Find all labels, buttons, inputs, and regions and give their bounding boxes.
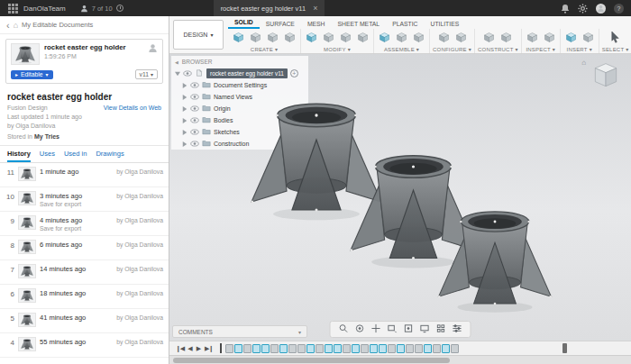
- home-icon[interactable]: [14, 21, 18, 30]
- timeline-feature-icon[interactable]: [442, 344, 450, 353]
- expand-icon[interactable]: [182, 118, 187, 123]
- expand-icon[interactable]: [182, 130, 187, 135]
- visibility-eye-icon[interactable]: [190, 129, 199, 136]
- viewport-settings-icon[interactable]: [453, 323, 462, 335]
- ribbon-tab[interactable]: SURFACE: [260, 20, 301, 29]
- zoom-window-icon[interactable]: [388, 323, 398, 335]
- view-details-link[interactable]: View Details on Web: [104, 105, 161, 111]
- view-cube[interactable]: [581, 58, 624, 94]
- breadcrumb-label[interactable]: My Editable Documents: [22, 21, 93, 29]
- insert-derive-icon[interactable]: [563, 31, 579, 44]
- ribbon-tab[interactable]: SHEET METAL: [332, 20, 387, 29]
- expand-icon[interactable]: [182, 106, 187, 112]
- modify-menu[interactable]: MODIFY: [324, 46, 351, 52]
- measure-icon[interactable]: [525, 31, 540, 44]
- add-icon[interactable]: [290, 69, 298, 77]
- visibility-eye-icon[interactable]: [190, 117, 199, 124]
- ribbon-tab[interactable]: MESH: [301, 20, 332, 29]
- version-row[interactable]: 9 4 minutes ago Save for export by Olga …: [0, 212, 169, 236]
- timeline-end-handle[interactable]: [562, 343, 567, 353]
- view-cube-icon[interactable]: [588, 58, 624, 94]
- timeline-feature-icon[interactable]: [397, 344, 405, 353]
- pan-icon[interactable]: [371, 323, 381, 335]
- ribbon-tab[interactable]: SOLID: [228, 18, 260, 29]
- timeline-scrollbar[interactable]: [169, 355, 631, 364]
- configuration-icon[interactable]: [436, 31, 452, 44]
- timeline-feature-icon[interactable]: [352, 344, 360, 353]
- browser-node-label[interactable]: Bodies: [214, 117, 233, 123]
- version-row[interactable]: 4 55 minutes ago by Olga Danilova: [0, 333, 169, 358]
- document-tab[interactable]: rocket easter egg holder v11: [214, 0, 325, 16]
- apps-grid-icon[interactable]: [7, 3, 19, 14]
- timeline-feature-icon[interactable]: [388, 344, 396, 353]
- timeline-feature-icon[interactable]: [361, 344, 369, 353]
- visibility-eye-icon[interactable]: [183, 70, 192, 77]
- display-settings-icon[interactable]: [420, 323, 430, 335]
- timeline-feature-icon[interactable]: [433, 344, 441, 353]
- people-icon[interactable]: [148, 43, 158, 53]
- timeline-play-button[interactable]: [195, 345, 203, 352]
- timeline-skip-end-button[interactable]: [203, 345, 215, 352]
- home-view-icon[interactable]: [581, 58, 586, 67]
- panel-tab[interactable]: History: [7, 150, 31, 162]
- back-icon[interactable]: [6, 20, 10, 31]
- insert-menu[interactable]: INSERT: [567, 46, 592, 52]
- browser-header[interactable]: BROWSER: [171, 56, 308, 68]
- combine-icon[interactable]: [355, 31, 370, 44]
- browser-root-node[interactable]: rocket easter egg holder v11: [171, 68, 308, 79]
- assemble-menu[interactable]: ASSEMBLE: [384, 46, 419, 52]
- ribbon-tab[interactable]: PLASTIC: [386, 20, 424, 29]
- timeline-feature-icon[interactable]: [379, 344, 387, 353]
- expand-icon[interactable]: [182, 95, 187, 100]
- press-pull-icon[interactable]: [304, 31, 319, 44]
- sweep-icon[interactable]: [282, 31, 297, 44]
- construct-menu[interactable]: CONSTRUCT: [478, 46, 518, 52]
- browser-node-label[interactable]: Construction: [214, 141, 249, 147]
- timeline-feature-icon[interactable]: [306, 344, 315, 353]
- bell-icon[interactable]: [561, 4, 570, 14]
- browser-node-label[interactable]: Origin: [214, 105, 231, 112]
- section-analysis-icon[interactable]: [542, 31, 557, 44]
- visibility-eye-icon[interactable]: [190, 105, 199, 113]
- timeline-feature-icon[interactable]: [424, 344, 432, 353]
- collapse-icon[interactable]: [175, 59, 178, 65]
- configuration-table-icon[interactable]: [453, 31, 469, 44]
- construction-plane-icon[interactable]: [481, 31, 497, 44]
- timeline-feature-icon[interactable]: [261, 344, 270, 353]
- timeline-feature-icon[interactable]: [316, 344, 324, 353]
- design-workspace-button[interactable]: DESIGN: [173, 20, 224, 50]
- rigid-group-icon[interactable]: [411, 31, 426, 44]
- visibility-eye-icon[interactable]: [190, 94, 199, 101]
- rocket-model-3[interactable]: [436, 198, 553, 315]
- select-cursor-icon[interactable]: [608, 31, 623, 44]
- expand-icon[interactable]: [175, 71, 180, 77]
- browser-node-label[interactable]: Document Settings: [214, 82, 267, 88]
- version-row[interactable]: 10 3 minutes ago Save for export by Olga…: [0, 187, 169, 212]
- visibility-eye-icon[interactable]: [190, 82, 199, 89]
- shell-icon[interactable]: [338, 31, 353, 44]
- timeline-feature-icon[interactable]: [370, 344, 378, 353]
- fit-view-icon[interactable]: [404, 323, 414, 335]
- gear-icon[interactable]: [578, 4, 588, 14]
- panel-tab[interactable]: Uses: [40, 150, 55, 162]
- team-switcher[interactable]: DanOlaTeam: [7, 3, 66, 14]
- timeline-feature-icon[interactable]: [288, 344, 297, 353]
- avatar[interactable]: [596, 4, 606, 14]
- grid-layout-icon[interactable]: [436, 323, 446, 335]
- close-icon[interactable]: [313, 4, 317, 13]
- expand-icon[interactable]: [182, 83, 187, 88]
- version-row[interactable]: 6 18 minutes ago by Olga Danilova: [0, 285, 169, 309]
- timeline-skip-start-button[interactable]: [174, 345, 186, 352]
- timeline-feature-icon[interactable]: [270, 344, 279, 353]
- revolve-icon[interactable]: [265, 31, 280, 44]
- version-row[interactable]: 11 1 minute ago by Olga Danilova: [0, 163, 169, 187]
- ribbon-tab[interactable]: UTILITIES: [424, 20, 465, 29]
- timeline-feature-icon[interactable]: [279, 344, 288, 353]
- fillet-icon[interactable]: [321, 31, 336, 44]
- editable-badge[interactable]: Editable: [11, 70, 53, 79]
- configure-menu[interactable]: CONFIGURE: [433, 46, 471, 52]
- create-menu[interactable]: CREATE: [251, 46, 278, 52]
- timeline-scrollbar-thumb[interactable]: [173, 358, 450, 363]
- timeline-feature-icon[interactable]: [415, 344, 423, 353]
- joint-icon[interactable]: [377, 31, 392, 44]
